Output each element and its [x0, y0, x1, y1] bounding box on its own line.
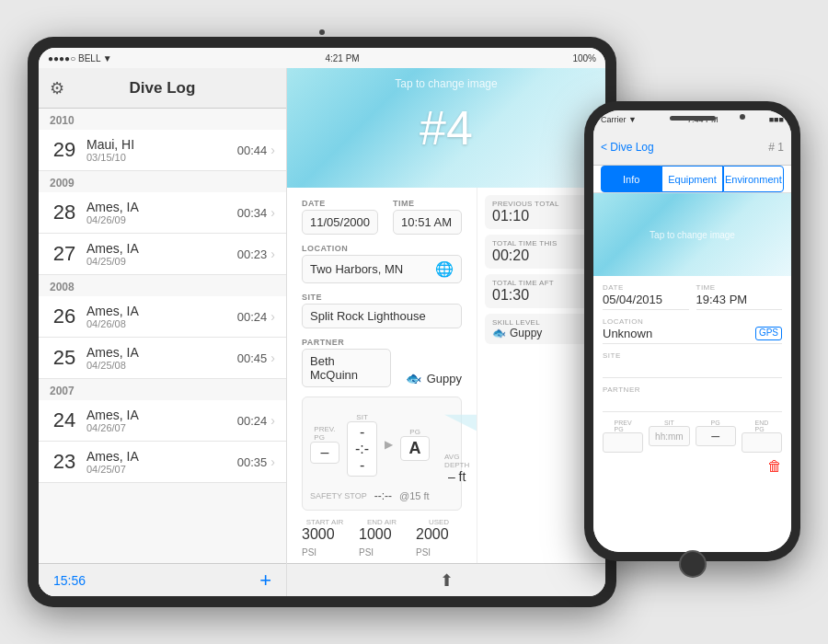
iphone-pg-row: PREVPG SIT hh:mm PG – ENDPG [603, 420, 782, 453]
iphone-delete-row: 🗑 [603, 453, 782, 480]
dive-num: 28 [50, 201, 79, 224]
start-air-label: START AIR [306, 518, 343, 526]
site-input[interactable]: Split Rock Lighthouse [302, 304, 462, 328]
location-value: Two Harbors, MN [310, 262, 403, 276]
safety-stop-value[interactable]: --:-- [374, 489, 392, 502]
ipad-main: Tap to change image #4 DATE 11/05/2000 [287, 68, 605, 596]
globe-icon[interactable]: 🌐 [435, 260, 454, 278]
ipad-form: DATE 11/05/2000 TIME 10:51 AM [287, 188, 477, 563]
pg-label: PG [409, 428, 420, 436]
ipad-hero[interactable]: Tap to change image #4 [287, 68, 605, 188]
pg-section: Prev.PG – SIT --:-- ▶ PG [302, 397, 462, 511]
dive-info: Ames, IA 04/26/09 [86, 200, 237, 225]
skill-label: SKILL LEVEL [492, 318, 591, 327]
start-air-value[interactable]: 3000 PSI [302, 526, 348, 559]
sidebar-item-27[interactable]: 27 Ames, IA 04/25/09 00:23 › [39, 234, 286, 275]
iphone-camera-icon [740, 114, 745, 120]
used-label: USED [429, 518, 449, 526]
year-2009: 2009 [39, 171, 286, 192]
time-group: TIME 10:51 AM [393, 199, 462, 235]
share-icon[interactable]: ⬆ [440, 570, 454, 591]
location-input[interactable]: Two Harbors, MN 🌐 [302, 255, 462, 283]
iphone-home-button[interactable] [679, 550, 707, 578]
iphone-partner-group: PARTNER [603, 385, 782, 412]
ipad-toolbar: ⬆ [287, 563, 605, 596]
iphone-pg-input[interactable]: – [696, 426, 736, 446]
gps-button[interactable]: GPS [755, 327, 782, 340]
pg-cell: PG A [400, 428, 430, 461]
prev-pg-value[interactable]: – [310, 442, 339, 464]
dive-time: 00:45 [237, 351, 268, 365]
dive-location: Ames, IA [86, 200, 237, 214]
sit-value[interactable]: --:-- [347, 421, 377, 477]
dive-location: Maui, HI [86, 137, 237, 152]
iphone-sit-cell: SIT hh:mm [649, 420, 689, 453]
time-input[interactable]: 10:51 AM [393, 210, 462, 235]
tab-equipment[interactable]: Equipment [661, 166, 722, 192]
sidebar-item-29[interactable]: 29 Maui, HI 03/15/10 00:44 › [39, 130, 286, 171]
partner-group: PARTNER Beth McQuinn [302, 338, 391, 387]
tab-environment[interactable]: Environment [723, 166, 784, 192]
dive-location: Ames, IA [86, 345, 237, 360]
iphone-site-label: SITE [603, 351, 782, 360]
end-air-label: END AIR [367, 518, 397, 526]
tab-info[interactable]: Info [601, 166, 661, 192]
dive-info: Ames, IA 04/25/08 [86, 345, 237, 371]
iphone-site-value[interactable] [603, 361, 782, 378]
iphone-partner-value[interactable] [603, 395, 782, 412]
iphone-prev-pg-input[interactable] [603, 432, 643, 453]
sidebar-item-23[interactable]: 23 Ames, IA 04/25/07 00:35 › [39, 442, 286, 483]
time-label: TIME [393, 199, 462, 208]
sidebar-item-24[interactable]: 24 Ames, IA 04/26/07 00:24 › [39, 400, 286, 442]
svg-marker-0 [444, 415, 477, 441]
iphone-end-pg-cell: ENDPG [742, 420, 782, 453]
sidebar-item-25[interactable]: 25 Ames, IA 04/25/08 00:45 › [39, 338, 286, 379]
used-value[interactable]: 2000 PSI [416, 526, 462, 559]
partner-input[interactable]: Beth McQuinn [302, 349, 391, 387]
avg-depth-value[interactable]: – ft [448, 469, 466, 484]
dive-date: 03/15/10 [86, 152, 237, 163]
chevron-right-icon: › [270, 309, 275, 324]
iphone-end-pg-input[interactable] [742, 432, 782, 453]
delete-button[interactable]: 🗑 [767, 458, 782, 475]
total-time-after-value: 01:30 [492, 287, 591, 304]
location-row: LOCATION Two Harbors, MN 🌐 [302, 244, 462, 283]
date-input[interactable]: 11/05/2000 [302, 210, 378, 235]
dive-info: Ames, IA 04/26/08 [86, 304, 237, 329]
dive-num: 29 [50, 138, 79, 162]
iphone-location-text: Unknown [603, 327, 652, 340]
iphone-location-group: LOCATION Unknown GPS [603, 317, 782, 344]
dive-number-display: #4 [420, 100, 473, 155]
ipad-status-right: 100% [572, 53, 596, 63]
gear-icon[interactable]: ⚙ [50, 78, 64, 98]
dive-time: 00:24 [237, 310, 268, 324]
pg-arrow-icon: ▶ [385, 438, 393, 451]
iphone-date-value[interactable]: 05/04/2015 [603, 293, 689, 310]
iphone-speaker [670, 116, 716, 121]
partner-row: PARTNER Beth McQuinn 🐟 Guppy [302, 338, 462, 387]
dive-date: 04/25/08 [86, 360, 237, 371]
total-time: 15:56 [53, 573, 86, 588]
sidebar-list[interactable]: 2010 29 Maui, HI 03/15/10 00:44 › 2009 [39, 109, 286, 563]
partner-label: PARTNER [302, 338, 391, 347]
dive-location: Ames, IA [86, 241, 237, 256]
iphone-time-value[interactable]: 19:43 PM [696, 293, 783, 310]
sidebar-item-28[interactable]: 28 Ames, IA 04/26/09 00:34 › [39, 192, 286, 234]
iphone-location-value[interactable]: Unknown GPS [603, 327, 782, 344]
iphone-time-group: TIME 19:43 PM [696, 283, 783, 310]
dive-time: 00:34 [237, 206, 268, 220]
chevron-right-icon: › [270, 413, 275, 428]
dive-location: Ames, IA [86, 408, 237, 422]
add-dive-button[interactable]: + [259, 569, 271, 592]
iphone-hero[interactable]: Tap to change image [593, 193, 791, 276]
year-2010: 2010 [39, 109, 286, 130]
pg-value[interactable]: A [400, 436, 430, 461]
end-air-value[interactable]: 1000 PSI [359, 526, 405, 559]
ipad-time: 4:21 PM [325, 53, 359, 63]
sidebar-item-26[interactable]: 26 Ames, IA 04/26/08 00:24 › [39, 296, 286, 338]
dive-time: 00:24 [237, 414, 268, 428]
iphone-sit-input[interactable]: hh:mm [649, 426, 689, 446]
dive-time: 00:23 [237, 247, 268, 261]
chevron-right-icon: › [270, 351, 275, 365]
back-button[interactable]: < Dive Log [601, 141, 654, 154]
